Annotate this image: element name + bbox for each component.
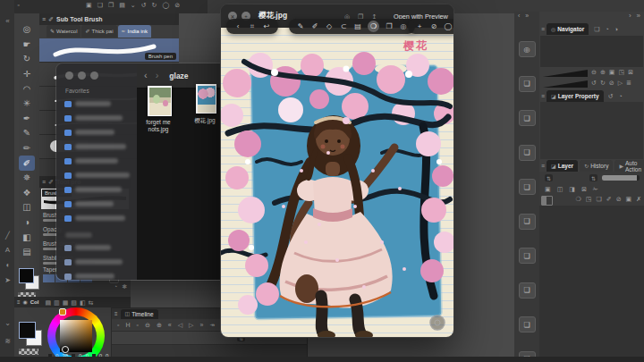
history-tab[interactable]: ↻ History	[580, 160, 613, 172]
lock-transparent-icon[interactable]: ◫	[557, 186, 564, 192]
material-folder-icon[interactable]: ❏	[519, 145, 536, 161]
expand-icon[interactable]: »	[525, 13, 529, 19]
navigator-tab[interactable]: ◎ Navigator	[547, 23, 589, 35]
stroke-history-icon[interactable]: ◔	[114, 283, 117, 290]
hand-tool-icon[interactable]: ☛	[19, 38, 35, 53]
zoom-slider[interactable]	[543, 70, 588, 77]
file-name-forget-me-nots[interactable]: forget me nots.jpg	[130, 119, 187, 133]
layer-list[interactable]	[539, 206, 644, 362]
snap-off-icon[interactable]: ⊘	[174, 2, 180, 8]
add-shape-icon[interactable]: +	[415, 21, 424, 32]
save-icon[interactable]: ▤	[119, 2, 125, 8]
material-folder-icon[interactable]: ❏	[519, 282, 536, 299]
taper-segment[interactable]	[43, 274, 55, 282]
layer-mask-icon[interactable]: ✐	[606, 196, 612, 202]
style-icon[interactable]: ◎	[399, 21, 408, 32]
panel-transparent-swatch[interactable]	[19, 349, 38, 355]
back-icon[interactable]: ‹	[233, 21, 242, 32]
tl-next-frame-icon[interactable]: »	[199, 322, 203, 328]
panel-menu-icon[interactable]: ≡	[42, 16, 46, 22]
tab-watercolor[interactable]: ✎Watercol	[47, 25, 80, 38]
material-search-icon[interactable]: ◎	[519, 41, 536, 57]
minimize-window-button[interactable]	[78, 72, 86, 80]
material-folder-icon[interactable]: ❏	[519, 248, 536, 264]
sidebar-item[interactable]	[56, 182, 137, 197]
panel-menu-icon[interactable]: ≡	[114, 311, 118, 316]
eraser-tool-icon[interactable]: ◫	[19, 200, 35, 215]
shapes-icon[interactable]: ▤	[353, 21, 362, 32]
markup-undo-icon[interactable]: ↩	[262, 21, 271, 32]
material-folder-icon[interactable]: ❏	[519, 110, 536, 126]
rotate-left-icon[interactable]: ↺	[591, 80, 597, 86]
lp-effect-icon[interactable]: ◔	[619, 93, 623, 99]
nav-menu-icon[interactable]: ≣	[626, 80, 631, 86]
file-name-sakura[interactable]: 樱花.jpg	[187, 117, 223, 124]
gradient-tool-icon[interactable]: ▤	[19, 245, 35, 260]
back-icon[interactable]: ‹	[144, 71, 148, 80]
navigator-preview[interactable]	[540, 36, 643, 67]
new-layer-icon[interactable]: ❍	[576, 196, 581, 202]
sidebar-item[interactable]	[56, 97, 137, 111]
merge-down-icon[interactable]: ▣	[626, 196, 632, 202]
panel-menu-icon[interactable]: ≡	[541, 26, 545, 32]
panel-main-color[interactable]	[19, 322, 36, 339]
tab-india-ink[interactable]: ✒India ink	[118, 25, 151, 38]
sidebar-item[interactable]	[56, 240, 137, 255]
balloon-tool-icon[interactable]: ◖	[3, 260, 13, 270]
color-tab-icon[interactable]: ▦	[63, 299, 69, 306]
opacity-stepper[interactable]: ⇅	[589, 174, 597, 181]
tab-thick-paint[interactable]: ✐Thick pai	[81, 25, 116, 38]
sidebar-item[interactable]	[56, 154, 137, 168]
flip-icon[interactable]: ▷	[618, 80, 623, 86]
tl-zoomout-icon[interactable]: ⊖	[145, 322, 150, 328]
material-folder-icon[interactable]: ❏	[519, 316, 536, 333]
collapse-icon[interactable]: ‹	[518, 13, 520, 19]
fill-tool-icon[interactable]: ◧	[19, 230, 35, 245]
delete-layer-icon[interactable]: ✗	[636, 196, 641, 202]
line-tool-icon[interactable]: ╱	[3, 231, 13, 240]
two-pane-icon[interactable]	[541, 196, 553, 206]
blend-tool-icon[interactable]: ◑	[19, 215, 35, 231]
save-more-icon[interactable]: ⌄	[131, 2, 136, 8]
tl-cel-icon[interactable]: ▫	[137, 322, 139, 328]
mask-toggle-icon[interactable]: ◨	[569, 186, 575, 192]
tl-play-icon[interactable]: ▷	[189, 322, 193, 328]
set-ruler-icon[interactable]: ⊠	[581, 186, 587, 192]
panel-menu-icon[interactable]: ≡	[42, 179, 46, 185]
sidebar-item[interactable]	[56, 211, 137, 225]
lp-reset-icon[interactable]: ↺	[608, 93, 614, 99]
sv-cursor[interactable]	[62, 346, 69, 353]
brush-row-brush-pen[interactable]: Brush pen	[39, 38, 179, 63]
tl-prev-frame-icon[interactable]: ◁	[178, 322, 182, 328]
layer-tab[interactable]: ◪ Layer	[547, 160, 578, 172]
color-tab-icon[interactable]: ▥	[54, 299, 60, 306]
wave-icon[interactable]: ≋	[3, 336, 13, 346]
airbrush-tool-icon[interactable]: ✵	[19, 171, 35, 186]
scroll-icon[interactable]: ⌄	[3, 318, 13, 328]
decoration-tool-icon[interactable]: ❖	[19, 186, 35, 201]
sign-icon[interactable]: ❐	[385, 21, 394, 32]
material-folder-icon[interactable]: ❏	[519, 76, 536, 92]
operation-tool-icon[interactable]: ➤	[3, 275, 13, 285]
snap-circle-icon[interactable]: ◯	[162, 2, 169, 8]
zoom-out-icon[interactable]: ⊖	[591, 69, 597, 75]
brush-tool-icon[interactable]: ✐	[19, 156, 35, 171]
open-file-icon[interactable]: ❐	[108, 2, 114, 8]
timeline-tab[interactable]: ◫ Timeline	[121, 309, 158, 319]
opacity-bar[interactable]	[602, 175, 640, 181]
color-tab-icon[interactable]: ◧	[80, 299, 86, 306]
hue-marker[interactable]	[59, 308, 66, 316]
material-folder-icon[interactable]: ❏	[519, 179, 536, 195]
settings-icon[interactable]: ✱	[122, 283, 127, 290]
eyedropper-icon[interactable]: ✒	[19, 112, 35, 127]
selection-tool-icon[interactable]: ◠	[19, 81, 35, 97]
tl-onion-icon[interactable]: H	[125, 322, 130, 328]
color-tab-icon[interactable]: ▧	[71, 299, 77, 306]
zoom-window-button[interactable]	[90, 72, 98, 80]
material-folder-icon[interactable]: ❏	[519, 214, 536, 230]
color-tab-icon[interactable]: ▤	[45, 299, 51, 306]
nav-tab-icon[interactable]: ◔	[606, 26, 609, 32]
zoom-in-icon[interactable]: ⊕	[600, 69, 606, 75]
eraser-icon[interactable]: ◇	[325, 21, 334, 32]
crop-icon[interactable]: ⌗	[248, 21, 257, 32]
